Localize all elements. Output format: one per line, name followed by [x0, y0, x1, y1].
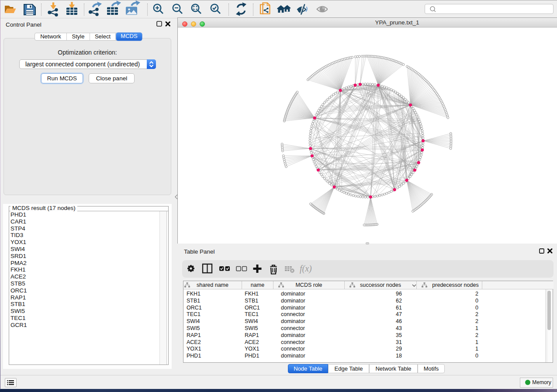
svg-text:f(x): f(x)	[300, 264, 312, 274]
